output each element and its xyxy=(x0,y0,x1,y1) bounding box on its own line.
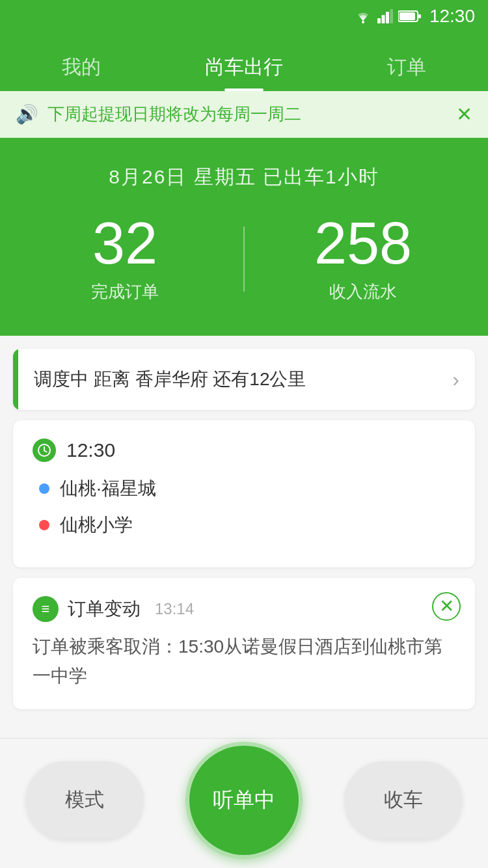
stat-revenue: 258 收入流水 xyxy=(258,214,468,303)
notification-close-icon[interactable]: ✕ xyxy=(456,103,472,126)
dispatch-text: 调度中 距离 香岸华府 还有12公里 xyxy=(34,367,306,392)
stats-row: 32 完成订单 258 收入流水 xyxy=(20,214,468,303)
dispatch-arrow-icon: › xyxy=(452,368,459,392)
order-card: 12:30 仙桃·福星城 仙桃小学 xyxy=(13,420,475,567)
stats-date: 8月26日 星期五 已出车1小时 xyxy=(20,164,468,191)
revenue-label: 收入流水 xyxy=(329,280,397,303)
notification-text: 下周起提现日期将改为每周一周二 xyxy=(47,103,447,126)
status-icons xyxy=(354,9,422,23)
svg-rect-1 xyxy=(377,18,381,23)
pickup-dot xyxy=(39,483,49,494)
message-icon: ≡ xyxy=(33,596,59,622)
order-change-close[interactable]: ✕ xyxy=(432,592,461,621)
order-change-header: ≡ 订单变动 13:14 xyxy=(33,596,455,622)
wifi-icon xyxy=(354,9,372,23)
content-area: 调度中 距离 香岸华府 还有12公里 › 12:30 仙桃·福星城 仙桃小学 ≡ xyxy=(0,336,488,722)
tab-orders[interactable]: 订单 xyxy=(325,54,488,91)
notification-banner: 🔊 下周起提现日期将改为每周一周二 ✕ xyxy=(0,91,488,138)
status-time: 12:30 xyxy=(429,6,475,27)
close-x-icon: ✕ xyxy=(439,597,454,616)
battery-icon xyxy=(398,10,422,23)
order-change-card: ≡ 订单变动 13:14 ✕ 订单被乘客取消：15:30从诺曼假日酒店到仙桃市第… xyxy=(13,578,475,709)
stat-divider xyxy=(243,226,245,292)
mode-button[interactable]: 模式 xyxy=(26,761,143,839)
order-time-row: 12:30 xyxy=(33,439,455,462)
bottom-action-bar: 模式 听单中 收车 xyxy=(0,738,488,868)
clock-icon xyxy=(33,439,56,462)
dispatch-content: 调度中 距离 香岸华府 还有12公里 › xyxy=(18,349,475,410)
dispatch-card[interactable]: 调度中 距离 香岸华府 还有12公里 › xyxy=(13,349,475,410)
order-change-body: 订单被乘客取消：15:30从诺曼假日酒店到仙桃市第一中学 xyxy=(33,632,455,691)
signal-icon xyxy=(377,9,393,23)
destination-dot xyxy=(39,520,49,530)
status-bar: 12:30 xyxy=(0,0,488,33)
pickup-row: 仙桃·福星城 xyxy=(33,476,455,501)
revenue-number: 258 xyxy=(314,214,412,273)
svg-rect-2 xyxy=(381,15,385,23)
destination-row: 仙桃小学 xyxy=(33,513,455,537)
pickup-location: 仙桃·福星城 xyxy=(60,476,156,501)
speaker-icon: 🔊 xyxy=(16,103,38,125)
tab-main[interactable]: 尚车出行 xyxy=(163,54,325,91)
orders-label: 完成订单 xyxy=(91,280,159,303)
destination-location: 仙桃小学 xyxy=(60,513,133,537)
svg-rect-7 xyxy=(418,14,421,18)
svg-rect-3 xyxy=(386,12,389,23)
collect-car-button[interactable]: 收车 xyxy=(345,761,462,839)
orders-number: 32 xyxy=(92,214,157,273)
order-time: 12:30 xyxy=(66,439,115,461)
tab-mine[interactable]: 我的 xyxy=(0,54,163,91)
stats-section: 8月26日 星期五 已出车1小时 32 完成订单 258 收入流水 xyxy=(0,138,488,336)
dispatch-accent xyxy=(13,349,18,410)
listen-orders-button[interactable]: 听单中 xyxy=(185,742,303,859)
svg-point-0 xyxy=(362,21,364,23)
tab-bar: 我的 尚车出行 订单 xyxy=(0,33,488,91)
stat-orders: 32 完成订单 xyxy=(20,214,230,303)
svg-rect-6 xyxy=(400,12,415,20)
order-change-title: 订单变动 xyxy=(68,597,141,621)
svg-rect-4 xyxy=(390,9,393,23)
order-change-time: 13:14 xyxy=(155,600,194,618)
